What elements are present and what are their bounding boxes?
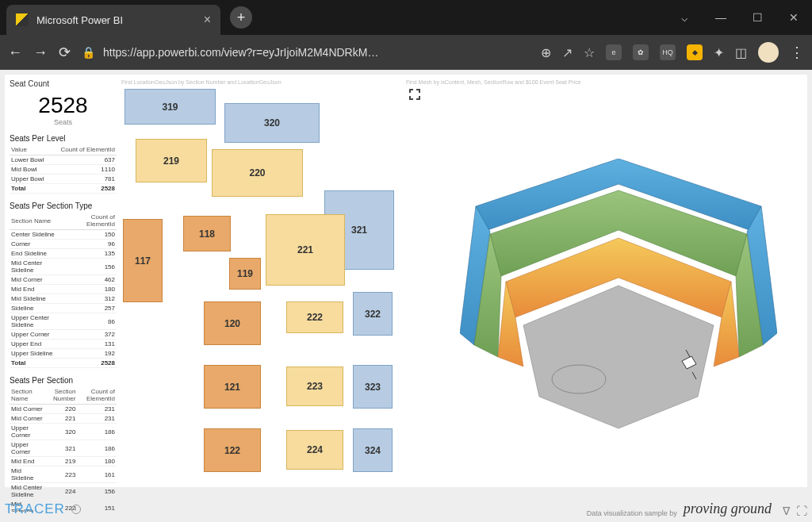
section-121[interactable]: 121 [204, 365, 261, 409]
col-header: Count of ElementId [65, 212, 117, 230]
report-canvas: Seat Count 2528 Seats Seats Per Level Va… [5, 75, 807, 487]
browser-menu-button[interactable]: ⋮ [790, 44, 804, 61]
section-220[interactable]: 220 [212, 149, 303, 197]
seats-per-level-table[interactable]: Seats Per Level Value Count of ElementId… [10, 129, 117, 194]
window-maximize-button[interactable]: ☐ [739, 0, 776, 35]
zoom-icon[interactable]: ⊕ [541, 45, 551, 60]
credit-label: Data visualization sample by [587, 509, 677, 517]
left-panel: Seat Count 2528 Seats Seats Per Level Va… [10, 79, 117, 512]
section-323[interactable]: 323 [353, 365, 393, 409]
col-header: Section Number [45, 386, 78, 405]
table-row[interactable]: Lower Bowl637 [10, 155, 117, 165]
filter-icon[interactable]: ∇ [783, 505, 790, 517]
table-row[interactable]: Upper Corner321186 [10, 440, 117, 457]
table-title: Seats Per Level [10, 134, 117, 143]
section-map-visual[interactable]: First LocationGeoJson by Section Number … [120, 79, 401, 512]
fullscreen-icon[interactable] [409, 89, 420, 100]
extension-icon[interactable]: e [606, 44, 622, 60]
section-223[interactable]: 223 [286, 367, 343, 406]
credit-brand: proving ground [684, 501, 772, 517]
section-122[interactable]: 122 [204, 428, 261, 472]
window-minimize-button[interactable]: — [703, 0, 739, 35]
arena-model [460, 159, 777, 444]
seat-count-card[interactable]: Seat Count 2528 Seats [10, 79, 117, 126]
table-row[interactable]: Upper Corner320186 [10, 424, 117, 440]
col-header: Count of ElementId [51, 144, 117, 155]
col-header: Value [10, 144, 51, 155]
table-row[interactable]: Mid Corner220231 [10, 405, 117, 414]
extension-icon[interactable]: HQ [660, 44, 676, 60]
section-117[interactable]: 117 [123, 219, 163, 302]
seats-per-section-table[interactable]: Seats Per Section Section Name Section N… [10, 371, 117, 512]
table-row[interactable]: Sideline257 [10, 304, 117, 313]
seats-per-section-type-table[interactable]: Seats Per Section Type Section Name Coun… [10, 197, 117, 368]
address-bar[interactable]: 🔒 https://app.powerbi.com/view?r=eyJrIjo… [82, 46, 530, 59]
new-tab-button[interactable]: + [230, 6, 252, 29]
bookmark-icon[interactable]: ☆ [584, 45, 595, 60]
section-224[interactable]: 224 [286, 430, 343, 470]
table-title: Seats Per Section [10, 376, 117, 385]
reload-button[interactable]: ⟳ [59, 44, 71, 61]
browser-tab[interactable]: Microsoft Power BI × [6, 5, 220, 35]
section-324[interactable]: 324 [353, 428, 393, 472]
table-row[interactable]: Upper Sideline192 [10, 349, 117, 359]
sidepanel-icon[interactable]: ◫ [735, 45, 747, 60]
table-row[interactable]: Mid Sideline223161 [10, 466, 117, 483]
profile-avatar[interactable] [758, 42, 779, 63]
table-row[interactable]: Mid Center Sideline156 [10, 259, 117, 275]
section-222[interactable]: 222 [286, 301, 343, 333]
report-page: Seat Count 2528 Seats Seats Per Level Va… [0, 70, 812, 522]
arena-3d-visual[interactable]: First Mesh by isContext, Mesh, SectionRo… [404, 79, 802, 512]
card-value: 2528 [10, 93, 117, 118]
fullscreen-icon[interactable]: ⛶ [796, 505, 807, 517]
table-row[interactable]: Mid Corner462 [10, 275, 117, 285]
powerbi-icon [16, 13, 29, 26]
table-title: Seats Per Section Type [10, 202, 117, 210]
table-row[interactable]: Mid Bowl1110 [10, 165, 117, 175]
section-119[interactable]: 119 [229, 258, 261, 290]
table-row[interactable]: End Sideline135 [10, 249, 117, 259]
close-tab-icon[interactable]: × [204, 13, 211, 27]
section-219[interactable]: 219 [136, 139, 207, 182]
table-row[interactable]: Mid Center Sideline224156 [10, 483, 117, 500]
tab-title: Microsoft Power BI [36, 14, 196, 26]
col-header: Section Name [10, 212, 65, 230]
section-120[interactable]: 120 [204, 301, 261, 345]
table-row[interactable]: Upper Corner372 [10, 330, 117, 340]
col-header: Count of ElementId [77, 386, 117, 405]
browser-toolbar: ← → ⟳ 🔒 https://app.powerbi.com/view?r=e… [0, 35, 812, 70]
share-icon[interactable]: ↗ [562, 45, 573, 60]
card-title: Seat Count [10, 79, 117, 88]
info-icon[interactable]: i [71, 505, 81, 514]
table-row[interactable]: Mid End180 [10, 285, 117, 294]
table-total-row: Total2528 [10, 359, 117, 368]
back-button[interactable]: ← [8, 44, 22, 61]
report-footer: TRACER i Data visualization sample by pr… [5, 501, 807, 517]
col-header: Section Name [10, 386, 45, 405]
chevron-down-icon[interactable]: ⌵ [666, 0, 703, 35]
url-text: https://app.powerbi.com/view?r=eyJrIjoiM… [103, 46, 378, 59]
extension-icon[interactable]: ✿ [633, 44, 649, 60]
forward-button[interactable]: → [33, 44, 48, 61]
section-322[interactable]: 322 [353, 292, 393, 336]
window-close-button[interactable]: ✕ [776, 0, 812, 35]
section-319[interactable]: 319 [124, 89, 216, 125]
table-row[interactable]: Corner96 [10, 240, 117, 249]
section-118[interactable]: 118 [183, 216, 231, 251]
table-row[interactable]: Mid Sideline312 [10, 294, 117, 304]
section-320[interactable]: 320 [224, 103, 320, 143]
table-row[interactable]: Upper End131 [10, 340, 117, 349]
extension-icon[interactable]: ◆ [687, 44, 703, 60]
tracer-logo[interactable]: TRACER i [5, 501, 81, 517]
extensions-button[interactable]: ✦ [714, 45, 724, 60]
table-row[interactable]: Mid End219180 [10, 457, 117, 466]
table-row[interactable]: Center Sideline150 [10, 230, 117, 240]
table-row[interactable]: Upper Center Sideline86 [10, 313, 117, 330]
table-row[interactable]: Mid Corner221231 [10, 414, 117, 424]
lock-icon: 🔒 [82, 46, 95, 59]
section-221[interactable]: 221 [266, 214, 345, 286]
window-titlebar: Microsoft Power BI × + ⌵ — ☐ ✕ [0, 0, 812, 35]
table-row[interactable]: Upper Bowl781 [10, 175, 117, 184]
table-total-row: Total2528 [10, 184, 117, 194]
visual-title: First Mesh by isContext, Mesh, SectionRo… [406, 79, 581, 85]
